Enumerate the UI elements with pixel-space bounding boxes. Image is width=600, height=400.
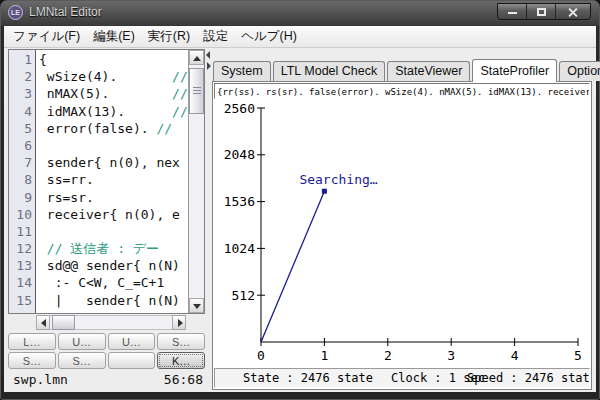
title-bar[interactable]: LE LMNtal Editor [1, 1, 599, 25]
line-number: 10 [9, 206, 32, 223]
profiler-chart: 5121024153620482560012345Searching… [213, 102, 591, 365]
code-text: | sender{ n(N) [39, 293, 180, 308]
code-line [39, 137, 188, 154]
window-title: LMNtal Editor [29, 5, 102, 19]
minimize-icon [508, 12, 517, 14]
line-number: 5 [9, 120, 32, 137]
comment-text: // [172, 69, 188, 84]
code-text: receiver{ n(0), e [39, 207, 180, 222]
tab-ltl-model-check[interactable]: LTL Model Check [273, 61, 386, 81]
client-area: ファイル(F)編集(E)実行(R)設定ヘルプ(H) 12345678910111… [4, 26, 596, 392]
editor-horizontal-scrollbar[interactable] [36, 315, 186, 330]
line-number: 15 [9, 292, 32, 309]
line-number: 13 [9, 257, 32, 274]
tab-option[interactable]: Option [559, 61, 600, 81]
line-number: 12 [9, 240, 32, 257]
code-text: { [39, 52, 47, 67]
line-number: 9 [9, 189, 32, 206]
code-text: sender{ n(0), nex [39, 155, 180, 170]
chart-y-tick-label: 2048 [224, 147, 255, 162]
code-lines[interactable]: { wSize(4). // nMAX(5). // idMAX(13). //… [36, 50, 188, 313]
maximize-button[interactable] [527, 4, 556, 19]
menu-item[interactable]: 実行(R) [148, 28, 190, 45]
editor-button[interactable]: U… [58, 333, 106, 350]
editor-button[interactable]: S… [8, 352, 56, 369]
collapse-right-icon[interactable] [207, 62, 211, 70]
editor-button[interactable]: L… [8, 333, 56, 350]
app-window: LE LMNtal Editor ファイル(F)編集(E)実行(R)設定ヘルプ(… [0, 0, 600, 400]
comment-text: // 送信者 : デー [39, 241, 159, 256]
code-line: ss=rr. [39, 171, 188, 188]
comment-text: // [156, 121, 172, 136]
chart-data-point [322, 189, 327, 194]
line-number: 3 [9, 85, 32, 102]
menu-item[interactable]: ファイル(F) [13, 28, 80, 45]
editor-vertical-scrollbar[interactable] [188, 50, 204, 313]
comment-text: // [172, 86, 188, 101]
line-number: 11 [9, 223, 32, 240]
close-button[interactable] [556, 4, 590, 19]
arrow-right-icon [178, 319, 183, 327]
menu-item[interactable]: 設定 [203, 28, 228, 45]
state-text-field[interactable]: {rr(ss). rs(sr). false(error). wSize(4).… [214, 83, 590, 99]
tab-stateviewer[interactable]: StateViewer [387, 61, 470, 81]
tab-system[interactable]: System [213, 61, 271, 81]
menu-item[interactable]: 編集(E) [93, 28, 135, 45]
code-text: :- C<W, C_=C+1 [39, 275, 164, 290]
scroll-left-button[interactable] [36, 315, 50, 330]
code-editor[interactable]: 123456789101112131415 { wSize(4). // nMA… [8, 49, 205, 314]
chart-x-tick-label: 5 [574, 348, 582, 363]
line-number: 14 [9, 274, 32, 291]
code-line: { [39, 51, 188, 68]
editor-button[interactable]: U… [108, 333, 156, 350]
editor-button[interactable]: K… [157, 352, 205, 369]
chart-y-tick-label: 2560 [224, 102, 255, 116]
status-state-count: State : 2476 state [243, 369, 373, 387]
chart-y-tick-label: 512 [232, 288, 255, 303]
menu-bar: ファイル(F)編集(E)実行(R)設定ヘルプ(H) [4, 26, 596, 48]
line-number: 4 [9, 103, 32, 120]
editor-status-bar: swp.lmn 56:68 [8, 371, 205, 389]
code-text: sd@@ sender{ n(N) [39, 258, 180, 273]
code-line: // 送信者 : デー [39, 240, 188, 257]
current-file-name: swp.lmn [13, 371, 68, 389]
scroll-right-button[interactable] [172, 315, 186, 330]
scroll-down-button[interactable] [189, 298, 204, 313]
editor-button[interactable] [108, 352, 156, 369]
collapse-left-icon[interactable] [206, 51, 210, 59]
code-text: wSize(4). [39, 69, 172, 84]
line-number: 8 [9, 171, 32, 188]
code-line: wSize(4). // [39, 68, 188, 85]
tab-stateprofiler[interactable]: StateProfiler [472, 59, 557, 82]
code-text: ss=rr. [39, 172, 94, 187]
minimize-button[interactable] [498, 4, 527, 19]
code-text: idMAX(13). [39, 104, 172, 119]
maximize-icon [537, 8, 546, 16]
line-number: 1 [9, 51, 32, 68]
code-line: nMAX(5). // [39, 85, 188, 102]
vertical-scroll-thumb[interactable] [189, 68, 204, 114]
scroll-up-button[interactable] [189, 50, 204, 65]
chart-series-line [261, 191, 324, 342]
chart-x-tick-label: 3 [447, 348, 455, 363]
chart-canvas: 5121024153620482560012345Searching… [213, 102, 592, 369]
app-icon: LE [8, 5, 23, 20]
line-number-gutter: 123456789101112131415 [9, 50, 36, 313]
chart-x-tick-label: 0 [257, 348, 265, 363]
editor-button-grid: L…U…U…S…S…S…K… [8, 333, 205, 369]
editor-button[interactable]: S… [58, 352, 106, 369]
code-line: | sender{ n(N) [39, 292, 188, 309]
arrow-left-icon [41, 319, 46, 327]
line-number: 2 [9, 68, 32, 85]
chart-x-tick-label: 4 [511, 348, 519, 363]
menu-item[interactable]: ヘルプ(H) [241, 28, 297, 45]
comment-text: // [172, 104, 188, 119]
code-line: :- C<W, C_=C+1 [39, 274, 188, 291]
horizontal-scroll-thumb[interactable] [52, 315, 75, 330]
chart-y-tick-label: 1024 [224, 241, 255, 256]
code-line: receiver{ n(0), e [39, 206, 188, 223]
arrow-down-icon [193, 304, 201, 309]
editor-button[interactable]: S… [157, 333, 205, 350]
chart-x-tick-label: 2 [384, 348, 392, 363]
chart-annotation: Searching… [299, 172, 377, 187]
